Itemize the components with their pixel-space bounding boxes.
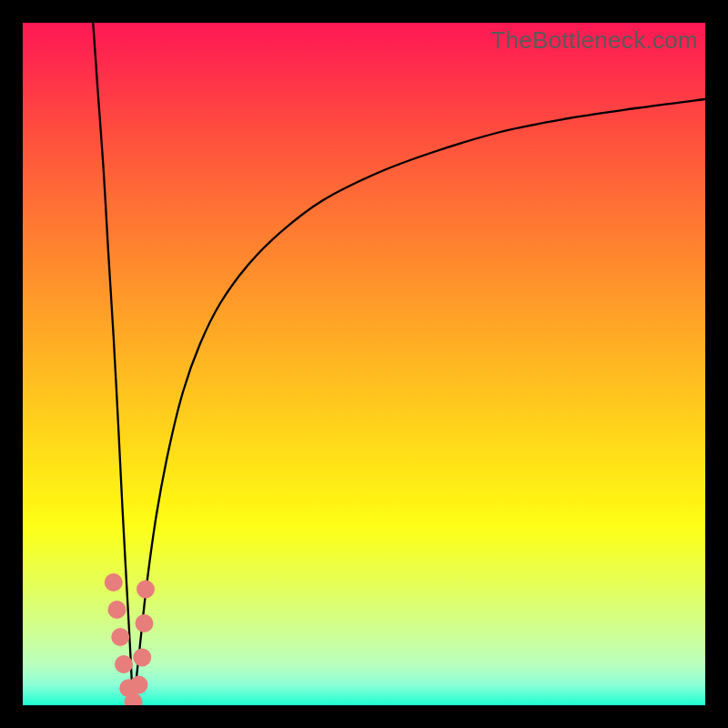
marker-point <box>133 649 151 667</box>
marker-point <box>108 601 126 619</box>
marker-cluster <box>105 573 155 705</box>
marker-point <box>105 573 123 592</box>
marker-point <box>125 693 143 705</box>
curve-left-branch <box>93 23 133 705</box>
marker-point <box>119 679 137 697</box>
plot-area: TheBottleneck.com <box>23 23 705 705</box>
chart-svg <box>23 23 705 705</box>
marker-point <box>136 581 155 599</box>
curve-right-branch <box>134 99 706 705</box>
marker-point <box>136 614 154 632</box>
marker-point <box>130 676 148 694</box>
watermark-text: TheBottleneck.com <box>490 26 698 55</box>
marker-point <box>115 655 133 673</box>
marker-point <box>111 628 129 646</box>
